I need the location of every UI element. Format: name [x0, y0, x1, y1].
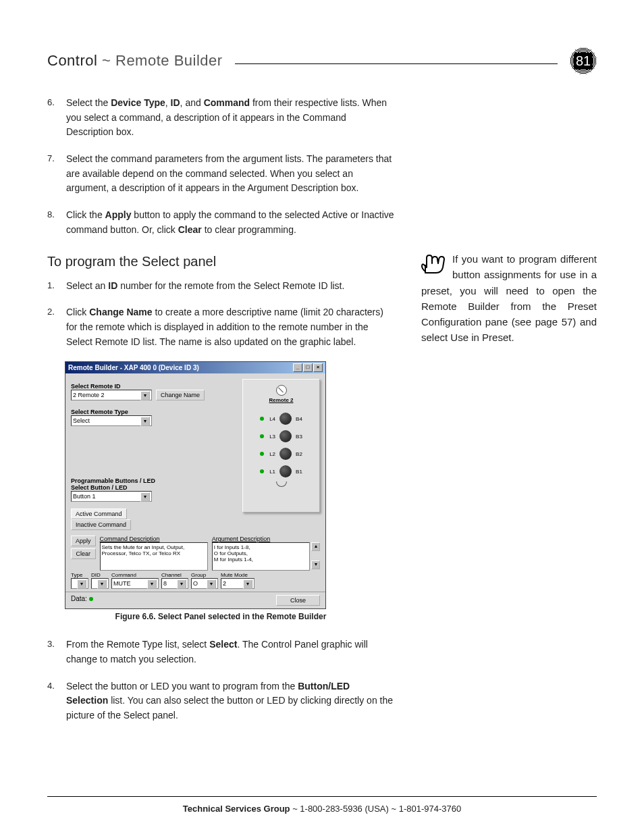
steps-list-a: 6.Select the Device Type, ID, and Comman… — [47, 96, 394, 238]
remote-bottom-icon — [276, 481, 287, 487]
channel-combo[interactable]: 8 — [161, 578, 188, 589]
label-select-remote-id: Select Remote ID — [71, 383, 236, 390]
data-label: Data: — [71, 595, 95, 606]
active-command-tab[interactable]: Active Command — [71, 509, 127, 519]
minimize-icon[interactable]: _ — [293, 363, 302, 372]
remote-row[interactable]: L2B2 — [260, 448, 302, 460]
label-select-remote-type: Select Remote Type — [71, 409, 236, 415]
argument-description-box: I for Inputs 1-8, O for Outputs, M for I… — [212, 542, 310, 571]
remote-name: Remote 2 — [269, 397, 293, 403]
close-icon[interactable]: × — [313, 363, 323, 372]
change-name-button[interactable]: Change Name — [156, 390, 205, 400]
breadcrumb-light: Remote Builder — [115, 52, 223, 69]
step-text: Click the Apply button to apply the comm… — [66, 208, 394, 237]
step-text: From the Remote Type list, select Select… — [66, 637, 394, 667]
label-command-description: Command Description — [100, 536, 208, 542]
remote-panel-graphic: Remote 2 L4B4 L3B3 L2B2 L1B1 — [242, 379, 320, 513]
step-text: Click Change Name to create a more descr… — [66, 305, 394, 349]
group-combo[interactable]: O — [191, 578, 218, 589]
led-icon — [260, 417, 264, 421]
step-text: Select the command parameters from the a… — [66, 152, 394, 196]
select-button-led-combo[interactable]: Button 1 — [71, 491, 152, 502]
breadcrumb: Control ~ Remote Builder — [47, 52, 223, 70]
apply-button[interactable]: Apply — [71, 536, 96, 546]
page-number: 81 — [574, 53, 593, 70]
label-argument-description: Argument Description — [212, 536, 320, 542]
step-text: Select the button or LED you want to pro… — [66, 679, 394, 723]
command-description-box: Sets the Mute for an Input, Output, Proc… — [100, 542, 208, 571]
close-button[interactable]: Close — [276, 595, 320, 606]
led-icon — [260, 452, 264, 456]
inactive-command-tab[interactable]: Inactive Command — [71, 519, 131, 530]
type-combo[interactable] — [71, 578, 88, 589]
remote-row[interactable]: L4B4 — [260, 413, 302, 425]
remote-row[interactable]: L1B1 — [260, 465, 302, 477]
page-footer: Technical Services Group ~ 1-800-283-593… — [47, 796, 597, 814]
remote-top-icon — [276, 385, 287, 396]
led-icon — [260, 434, 264, 438]
led-icon — [260, 469, 264, 473]
knob-icon — [279, 448, 292, 460]
scrollbar[interactable]: ▴▾ — [311, 542, 320, 571]
page-number-badge: 81 — [570, 47, 597, 74]
step-text: Select an ID number for the remote from … — [66, 279, 394, 294]
did-combo[interactable] — [91, 578, 109, 589]
mutemode-combo[interactable]: 2 — [221, 578, 254, 589]
select-remote-type-combo[interactable]: Select — [71, 415, 152, 426]
window-title: Remote Builder - XAP 400 0 (Device ID 3) — [68, 364, 199, 371]
section-heading: To program the Select panel — [47, 254, 394, 269]
breadcrumb-strong: Control — [47, 52, 97, 69]
figure-caption: Figure 6.6. Select Panel selected in the… — [47, 612, 394, 621]
sidebar-note: If you want to program different button … — [421, 96, 597, 735]
label-select-button: Select Button / LED — [71, 484, 236, 491]
label-prog-buttons: Programmable Buttons / LED — [71, 477, 236, 484]
step-text: Select the Device Type, ID, and Command … — [66, 96, 394, 140]
knob-icon — [279, 465, 292, 477]
command-combo[interactable]: MUTE — [111, 578, 159, 589]
hand-pointing-icon — [421, 253, 448, 276]
steps-list-c: 3.From the Remote Type list, select Sele… — [47, 637, 394, 723]
remote-row[interactable]: L3B3 — [260, 430, 302, 442]
steps-list-b: 1.Select an ID number for the remote fro… — [47, 279, 394, 350]
header-rule — [235, 63, 558, 64]
knob-icon — [279, 413, 292, 425]
select-remote-id-combo[interactable]: 2 Remote 2 — [71, 390, 152, 400]
knob-icon — [279, 430, 292, 442]
clear-button[interactable]: Clear — [71, 548, 96, 559]
remote-builder-window: Remote Builder - XAP 400 0 (Device ID 3)… — [65, 361, 326, 609]
maximize-icon[interactable]: □ — [303, 363, 313, 372]
